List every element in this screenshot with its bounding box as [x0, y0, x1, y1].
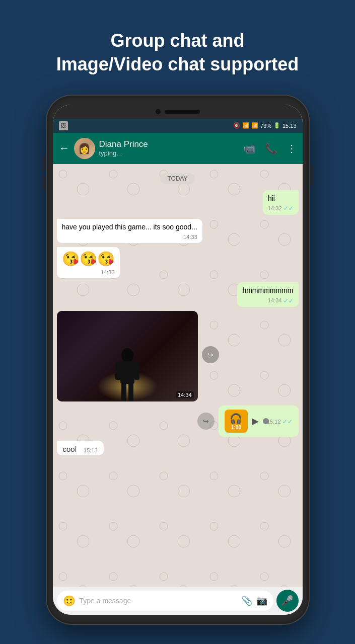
- page-header: Group chat and Image/Video chat supporte…: [16, 0, 339, 96]
- back-button[interactable]: ←: [59, 142, 70, 155]
- wifi-icon: 📶: [242, 122, 249, 129]
- volume-up-button[interactable]: [43, 156, 45, 171]
- message-bubble-outgoing: hmmmmmmmm 14:34 ✓✓: [237, 282, 298, 307]
- contact-avatar: 👩: [74, 138, 95, 159]
- message-meta: 15:13: [84, 447, 98, 453]
- emoji-button[interactable]: 🙂: [63, 595, 76, 607]
- cool-text: cool: [63, 445, 77, 453]
- message-time: 14:33: [101, 269, 115, 276]
- message-row: cool 15:13: [57, 441, 299, 455]
- image-placeholder: [57, 311, 198, 401]
- play-button[interactable]: ▶: [252, 416, 259, 427]
- message-time: 14:34: [268, 297, 282, 304]
- cool-message-bubble: cool 15:13: [57, 441, 104, 455]
- audio-duration: 1:00: [231, 425, 241, 430]
- volume-down-button[interactable]: [43, 176, 45, 191]
- mute-icon: 🔇: [233, 122, 240, 129]
- status-bar: 🖼 🔇 📶 📶 73% 🔋 15:13: [53, 119, 303, 133]
- status-left: 🖼: [59, 121, 68, 130]
- audio-forward-button[interactable]: ↪: [197, 413, 215, 430]
- message-time: 14:33: [183, 233, 197, 241]
- contact-info: Diana Prince typing...: [99, 139, 239, 157]
- phone-device: 🖼 🔇 📶 📶 73% 🔋 15:13 ← 👩 Diana: [47, 96, 309, 624]
- message-meta: 14:33: [62, 269, 115, 276]
- notification-icon: 🖼: [59, 121, 68, 130]
- mic-icon: 🎤: [281, 595, 294, 607]
- audio-time: 15:12: [267, 419, 281, 425]
- status-right: 🔇 📶 📶 73% 🔋 15:13: [233, 122, 297, 129]
- page-title: Group chat and Image/Video chat supporte…: [36, 14, 319, 87]
- message-bubble-outgoing: hii 14:32 ✓✓: [263, 190, 299, 215]
- message-row: hii 14:32 ✓✓: [57, 190, 299, 215]
- svg-rect-4: [121, 383, 126, 401]
- message-ticks: ✓✓: [283, 204, 294, 213]
- power-button[interactable]: [311, 166, 313, 186]
- message-text: hii: [268, 194, 275, 202]
- time-label: 15:13: [282, 123, 297, 129]
- contact-name: Diana Prince: [99, 139, 239, 149]
- message-text: hmmmmmmmm: [242, 286, 293, 294]
- date-badge: TODAY: [160, 173, 194, 184]
- voice-call-icon[interactable]: 📞: [265, 142, 277, 154]
- silhouette-svg: [112, 346, 143, 401]
- phone-frame: 🖼 🔇 📶 📶 73% 🔋 15:13 ← 👩 Diana: [47, 96, 309, 624]
- speaker-grille: [165, 110, 200, 114]
- chat-body: TODAY hii 14:32 ✓✓ have you playe: [53, 164, 303, 587]
- svg-rect-1: [120, 361, 134, 384]
- phone-screen: 🖼 🔇 📶 📶 73% 🔋 15:13 ← 👩 Diana: [53, 105, 303, 615]
- chat-header: ← 👩 Diana Prince typing... 📹 📞 ⋮: [53, 133, 303, 164]
- audio-message-row: ↪ 🎧 1:00 ▶ 15:12 ✓✓: [57, 406, 299, 437]
- message-meta: 14:32 ✓✓: [268, 204, 294, 213]
- audio-ticks: ✓✓: [282, 418, 293, 425]
- video-call-icon[interactable]: 📹: [243, 142, 256, 154]
- message-meta: 14:33: [62, 233, 197, 241]
- message-row: hmmmmmmmm 14:34 ✓✓: [57, 282, 299, 307]
- more-options-icon[interactable]: ⋮: [287, 142, 297, 154]
- image-time: 14:34: [176, 391, 194, 398]
- front-camera: [156, 109, 161, 114]
- forward-button[interactable]: ↪: [202, 346, 219, 363]
- contact-status: typing...: [99, 149, 239, 157]
- emoji-content: 😘😘😘: [62, 251, 115, 267]
- battery-label: 73%: [260, 123, 271, 129]
- battery-icon: 🔋: [273, 122, 280, 129]
- headphone-icon: 🎧: [230, 413, 242, 425]
- attach-icon[interactable]: 📎: [241, 595, 252, 606]
- message-row: have you played this game... its soo goo…: [57, 219, 299, 243]
- mic-button[interactable]: 🎤: [276, 590, 299, 612]
- message-time: 14:32: [268, 205, 282, 212]
- phone-notch: [53, 105, 303, 119]
- signal-icon: 📶: [251, 122, 258, 129]
- message-input-wrapper: 🙂 Type a message 📎 📷: [57, 591, 273, 611]
- audio-icon-box: 🎧 1:00: [225, 410, 248, 433]
- message-input[interactable]: Type a message: [80, 597, 237, 605]
- message-meta: 14:34 ✓✓: [242, 297, 293, 305]
- message-text: have you played this game... its soo goo…: [62, 223, 197, 231]
- svg-rect-5: [128, 383, 133, 401]
- date-divider: TODAY: [57, 173, 299, 184]
- header-actions: 📹 📞 ⋮: [243, 142, 297, 154]
- message-time: 15:13: [84, 447, 98, 453]
- svg-rect-2: [115, 362, 120, 380]
- message-row: 😘😘😘 14:33: [57, 247, 299, 278]
- audio-message-bubble: 🎧 1:00 ▶ 15:12 ✓✓: [219, 406, 299, 437]
- message-bubble-emoji: 😘😘😘 14:33: [57, 247, 120, 278]
- chat-input-bar: 🙂 Type a message 📎 📷 🎤: [53, 587, 303, 615]
- image-message-row: 14:34 ↪: [57, 311, 299, 401]
- message-ticks: ✓✓: [283, 297, 294, 305]
- message-bubble-incoming: have you played this game... its soo goo…: [57, 219, 202, 243]
- camera-icon[interactable]: 📷: [256, 595, 267, 606]
- svg-rect-3: [134, 362, 139, 380]
- svg-point-0: [121, 348, 133, 362]
- audio-meta: 15:12 ✓✓: [267, 418, 293, 425]
- image-message-bubble: 14:34: [57, 311, 198, 401]
